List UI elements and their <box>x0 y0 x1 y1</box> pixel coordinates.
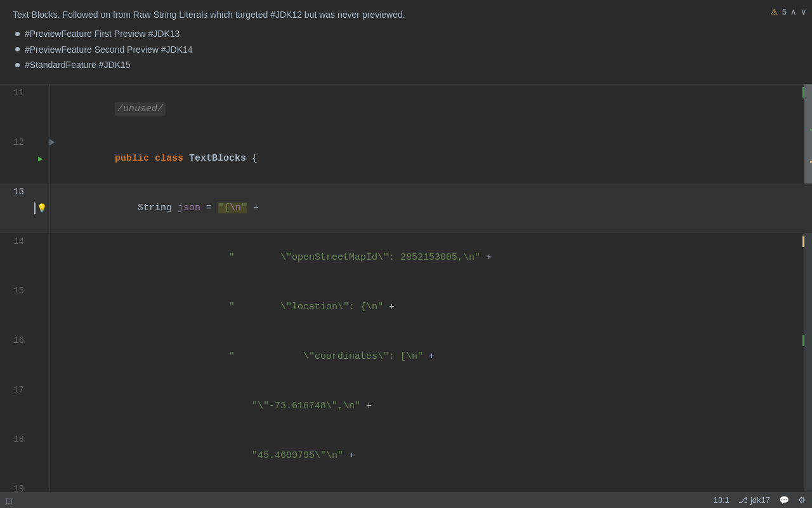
change-mark-yellow-14 <box>802 236 804 247</box>
change-mark-green-11 <box>802 87 804 98</box>
chat-button[interactable]: 💬 <box>779 495 789 505</box>
str-14: " \"openStreetMapId\": 2852153005,\n" <box>229 252 480 263</box>
git-branch-label: jdk17 <box>750 495 770 505</box>
line-gutter-18 <box>32 431 49 481</box>
code-line-11: 11 /unused/ <box>0 84 812 134</box>
code-line-13: 13 💡 String json = "{\n" + <box>0 184 812 233</box>
bullet-list: #PreviewFeature First Preview #JDK13 #Pr… <box>13 27 799 72</box>
line-content-14: " \"openStreetMapId\": 2852153005,\n" + <box>55 233 812 283</box>
line-content-11: /unused/ <box>55 84 812 134</box>
cursor-position[interactable]: 13:1 <box>714 495 730 505</box>
line-number-17: 17 <box>0 382 32 431</box>
gutter-sep-17 <box>49 382 50 431</box>
code-line-17: 17 "\"-73.616748\",\n" + <box>0 382 812 431</box>
str-15: " \"location\": {\n" <box>229 302 383 312</box>
gutter-sep-15 <box>49 283 50 332</box>
concat-17: + <box>360 401 372 411</box>
bullet-dot-3 <box>15 63 20 67</box>
line-gutter-14 <box>32 233 49 283</box>
line-number-13: 13 <box>0 184 32 233</box>
tooltip-text: Text Blocks. Followed on from Raw String… <box>13 8 799 22</box>
str-17: "\"-73.616748\",\n" <box>252 401 360 411</box>
line-gutter-17 <box>32 382 49 431</box>
git-branch-icon: ⎇ <box>738 495 748 505</box>
indent-14 <box>115 252 229 263</box>
bulb-icon[interactable]: 💡 <box>37 203 47 213</box>
indent-16 <box>115 351 229 362</box>
status-bar: □ 13:1 ⎇ jdk17 💬 ⚙ <box>0 491 812 508</box>
line-gutter-16 <box>32 332 49 382</box>
str-16: " \"coordinates\": [\n" <box>229 351 423 362</box>
editor-area: ⚠ 5 ∧ ∨ Text Blocks. Followed on from Ra… <box>0 0 812 508</box>
fold-arrow[interactable] <box>49 139 55 145</box>
str-open-brace: "{\n" <box>218 203 247 213</box>
concat-18: + <box>343 450 355 461</box>
indent-18 <box>115 450 252 461</box>
code-area[interactable]: 11 /unused/ 12 ▶ public class TextBlocks… <box>0 84 812 491</box>
git-branch[interactable]: ⎇ jdk17 <box>738 495 770 505</box>
line-content-12: public class TextBlocks { <box>55 134 812 184</box>
bullet-item-2: #PreviewFeature Second Preview #JDK14 <box>15 43 799 57</box>
status-right: 13:1 ⎇ jdk17 💬 ⚙ <box>714 495 806 505</box>
gutter-sep-19 <box>49 481 50 491</box>
gutter-sep-14 <box>49 233 50 283</box>
concat-15: + <box>383 302 395 312</box>
line-number-18: 18 <box>0 431 32 481</box>
nav-up-button[interactable]: ∧ <box>790 6 797 19</box>
indent-17 <box>115 401 252 411</box>
expand-icon[interactable]: □ <box>6 495 11 505</box>
code-line-15: 15 " \"location\": {\n" + <box>0 283 812 332</box>
line-cursor <box>34 203 36 214</box>
line-content-19: "],\n" + <box>55 481 812 491</box>
change-mark-green-16 <box>802 335 804 346</box>
assign-op: = <box>200 203 218 213</box>
brace-open: { <box>252 153 258 164</box>
line-content-17: "\"-73.616748\",\n" + <box>55 382 812 431</box>
line-number-11: 11 <box>0 84 32 134</box>
line-gutter-15 <box>32 283 49 332</box>
keyword-class: class <box>155 153 189 164</box>
line-gutter-11 <box>32 84 49 134</box>
line-content-16: " \"coordinates\": [\n" + <box>55 332 812 382</box>
tooltip-header: ⚠ 5 ∧ ∨ <box>770 5 812 19</box>
concat-16: + <box>423 351 435 362</box>
code-lines: 11 /unused/ 12 ▶ public class TextBlocks… <box>0 84 812 491</box>
type-string: String <box>138 203 178 213</box>
nav-down-button[interactable]: ∨ <box>801 6 807 19</box>
warning-icon: ⚠ <box>770 5 778 19</box>
warning-count: 5 <box>782 6 787 19</box>
line-number-14: 14 <box>0 233 32 283</box>
code-line-14: 14 " \"openStreetMapId\": 2852153005,\n"… <box>0 233 812 283</box>
indent-13 <box>115 203 138 213</box>
code-line-18: 18 "45.4699795\"\n" + <box>0 431 812 481</box>
indent-15 <box>115 302 229 312</box>
run-icon[interactable]: ▶ <box>38 154 43 164</box>
gutter-sep-18 <box>49 431 50 481</box>
concat-op-13: + <box>247 203 259 213</box>
line-gutter-12[interactable]: ▶ <box>32 134 49 184</box>
status-left: □ <box>6 495 11 505</box>
bullet-item-1: #PreviewFeature First Preview #JDK13 <box>15 27 799 41</box>
code-line-12: 12 ▶ public class TextBlocks { <box>0 134 812 184</box>
var-json: json <box>178 203 200 213</box>
concat-14: + <box>480 252 492 263</box>
unused-annotation: /unused/ <box>115 102 166 116</box>
code-line-19: 19 "],\n" + <box>0 481 812 491</box>
bullet-dot-2 <box>15 47 20 51</box>
line-number-15: 15 <box>0 283 32 332</box>
class-name: TextBlocks <box>189 153 252 164</box>
line-gutter-13[interactable]: 💡 <box>32 184 49 233</box>
line-content-15: " \"location\": {\n" + <box>55 283 812 332</box>
settings-button[interactable]: ⚙ <box>798 495 806 505</box>
line-content-13: String json = "{\n" + <box>55 184 812 233</box>
tooltip-box: ⚠ 5 ∧ ∨ Text Blocks. Followed on from Ra… <box>0 0 812 84</box>
gutter-sep-13 <box>49 184 50 233</box>
line-number-16: 16 <box>0 332 32 382</box>
line-number-19: 19 <box>0 481 32 491</box>
line-content-18: "45.4699795\"\n" + <box>55 431 812 481</box>
bullet-item-3: #StandardFeature #JDK15 <box>15 58 799 72</box>
gutter-sep-11 <box>49 84 50 134</box>
code-line-16: 16 " \"coordinates\": [\n" + <box>0 332 812 382</box>
gutter-sep-16 <box>49 332 50 382</box>
str-18: "45.4699795\"\n" <box>252 450 343 461</box>
